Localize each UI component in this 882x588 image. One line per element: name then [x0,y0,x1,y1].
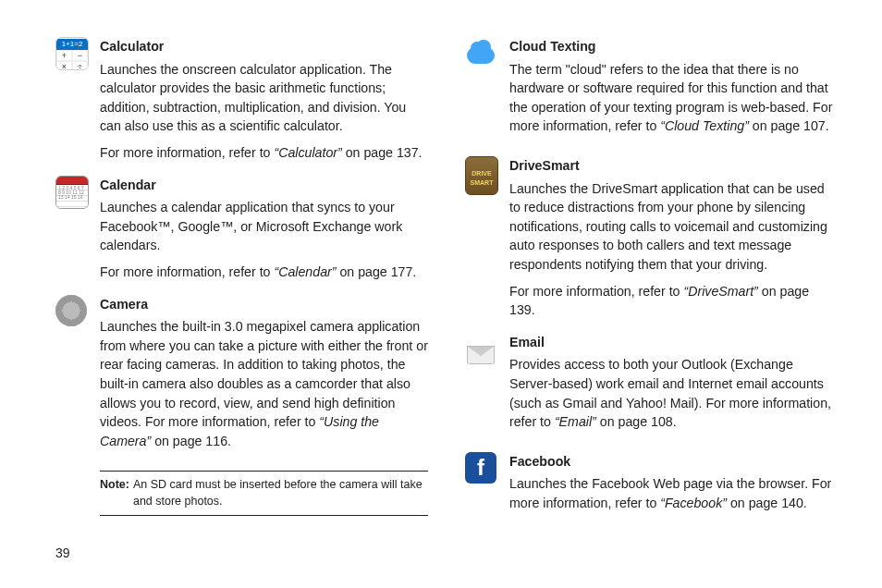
cross-ref[interactable]: “Email” [555,414,596,429]
right-column: Cloud Texting The term "cloud" refers to… [465,37,838,533]
entry-calculator: 1+1=2 +−×÷ Calculator Launches the onscr… [55,37,428,163]
email-icon [465,333,496,364]
entry-cloud-texting: Cloud Texting The term "cloud" refers to… [465,37,838,143]
page-number: 39 [55,545,70,560]
note-text: An SD card must be inserted before the c… [133,477,428,509]
entry-camera: Camera Launches the built-in 3.0 megapix… [55,295,428,459]
cross-ref[interactable]: “Facebook” [660,496,727,510]
entry-desc: Launches the DriveSmart application that… [509,179,838,275]
cross-ref[interactable]: “Calendar” [274,264,336,279]
entry-more: For more information, refer to “Calculat… [100,143,428,163]
entry-title: Camera [100,295,428,314]
entry-title: DriveSmart [509,156,838,176]
entry-title: Cloud Texting [509,37,838,56]
cross-ref[interactable]: “DriveSmart” [683,284,757,299]
note-label: Note: [100,477,129,509]
entry-desc: Launches the Facebook Web page via the b… [509,474,838,512]
entry-desc: The term "cloud" refers to the idea that… [509,60,838,136]
entry-more: For more information, refer to “Calendar… [100,263,428,282]
camera-icon [55,295,87,326]
entry-title: Email [509,333,838,352]
facebook-icon: f [465,452,496,484]
entry-facebook: f Facebook Launches the Facebook Web pag… [465,452,838,521]
page-content: 1+1=2 +−×÷ Calculator Launches the onscr… [0,0,882,542]
calendar-icon: 1 2 3 4 5 6 78 9 10 11 1213 14 15 16 [55,176,89,209]
entry-title: Calendar [100,176,428,195]
entry-calendar: 1 2 3 4 5 6 78 9 10 11 1213 14 15 16 Cal… [55,176,428,282]
drivesmart-icon: DRIVESMART [465,156,498,195]
entry-title: Calculator [100,37,428,56]
cloud-texting-icon [465,37,496,68]
entry-desc: Launches a calendar application that syn… [100,198,428,255]
entry-drivesmart: DRIVESMART DriveSmart Launches the Drive… [465,156,838,320]
entry-desc: Launches the onscreen calculator applica… [100,60,428,136]
entry-email: Email Provides access to both your Outlo… [465,333,838,439]
left-column: 1+1=2 +−×÷ Calculator Launches the onscr… [55,37,428,533]
cross-ref[interactable]: “Cloud Texting” [660,118,749,133]
calculator-icon: 1+1=2 +−×÷ [55,37,89,70]
entry-more: For more information, refer to “DriveSma… [509,282,838,320]
entry-desc: Provides access to both your Outlook (Ex… [509,355,838,431]
cross-ref[interactable]: “Calculator” [274,145,341,160]
entry-desc: Launches the built-in 3.0 megapixel came… [100,317,428,450]
note-block: Note: An SD card must be inserted before… [100,471,428,516]
entry-title: Facebook [509,452,838,472]
